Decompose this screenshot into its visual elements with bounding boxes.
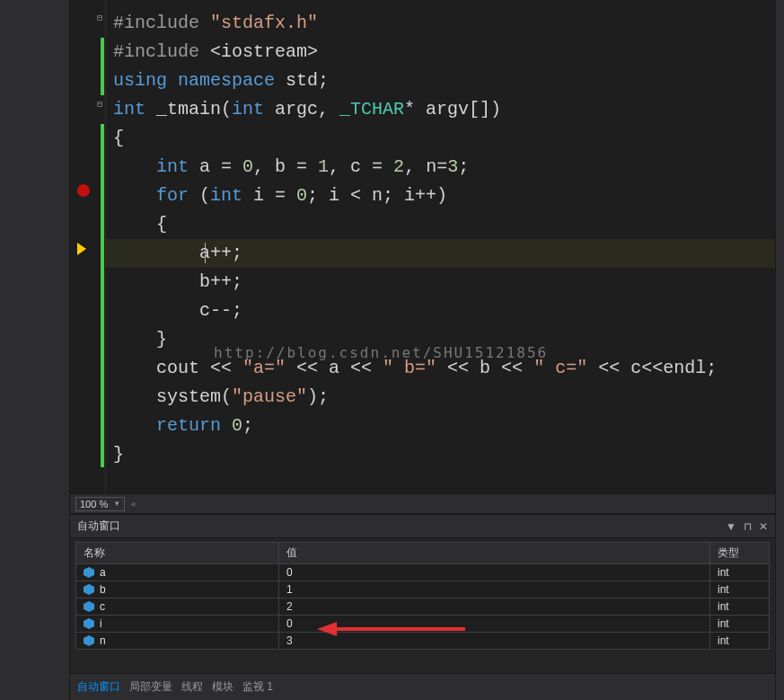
table-row[interactable]: a0int bbox=[76, 564, 769, 581]
var-value[interactable]: 2 bbox=[279, 598, 710, 615]
code-line[interactable]: } bbox=[106, 440, 775, 469]
code-line[interactable]: a++; bbox=[106, 239, 775, 268]
var-name: i bbox=[100, 617, 102, 630]
header-name[interactable]: 名称 bbox=[76, 543, 279, 563]
code-line[interactable]: int a = 0, b = 1, c = 2, n=3; bbox=[106, 153, 775, 182]
scroll-left-icon[interactable]: ◂ bbox=[130, 498, 136, 509]
variable-icon bbox=[84, 635, 94, 646]
editor-margin[interactable]: ⊟ ⊟ bbox=[70, 0, 106, 493]
variable-icon bbox=[84, 567, 94, 578]
zoom-dropdown[interactable]: 100 % ▼ bbox=[75, 497, 125, 511]
variable-icon bbox=[84, 584, 94, 595]
execution-pointer-icon[interactable] bbox=[77, 243, 86, 255]
tab-1[interactable]: 局部变量 bbox=[129, 679, 172, 695]
window-menu-icon[interactable]: ▼ bbox=[726, 520, 736, 533]
chevron-down-icon: ▼ bbox=[113, 500, 120, 508]
var-value[interactable]: 1 bbox=[279, 581, 710, 598]
var-name: b bbox=[100, 583, 106, 596]
code-line[interactable]: c--; bbox=[106, 297, 775, 325]
table-row[interactable]: i0int bbox=[76, 616, 769, 633]
var-type: int bbox=[710, 564, 769, 580]
change-bar bbox=[101, 38, 104, 95]
tab-0[interactable]: 自动窗口 bbox=[77, 679, 120, 695]
code-line[interactable]: #include "stdafx.h" bbox=[106, 9, 775, 38]
code-line[interactable]: using namespace std; bbox=[106, 66, 775, 95]
var-value[interactable]: 0 bbox=[279, 616, 710, 632]
var-name: n bbox=[100, 634, 106, 647]
tab-2[interactable]: 线程 bbox=[181, 679, 203, 695]
var-value[interactable]: 0 bbox=[279, 564, 710, 580]
table-row[interactable]: c2int bbox=[76, 598, 769, 616]
main-area: ⊟ ⊟ http://blog.csdn.net/SHU15121856 #in… bbox=[70, 0, 775, 700]
autos-title-label: 自动窗口 bbox=[77, 518, 120, 534]
tab-3[interactable]: 模块 bbox=[212, 679, 233, 695]
variable-icon bbox=[84, 618, 94, 629]
var-name: a bbox=[100, 566, 106, 579]
variable-icon bbox=[84, 601, 94, 612]
var-name: c bbox=[100, 600, 105, 613]
grid-header[interactable]: 名称 值 类型 bbox=[76, 543, 769, 564]
pin-icon[interactable]: ⊓ bbox=[744, 520, 752, 533]
autos-panel: 自动窗口 ▼ ⊓ ✕ 名称 值 类型 a0intb1intc2inti0intn… bbox=[70, 513, 775, 700]
code-line[interactable]: system("pause"); bbox=[106, 383, 775, 412]
autos-title-bar[interactable]: 自动窗口 ▼ ⊓ ✕ bbox=[70, 515, 775, 538]
collapse-icon[interactable]: ⊟ bbox=[97, 99, 102, 110]
code-line[interactable]: { bbox=[106, 124, 775, 153]
right-splitter[interactable] bbox=[775, 0, 784, 700]
autos-grid[interactable]: 名称 值 类型 a0intb1intc2inti0intn3int bbox=[75, 542, 770, 650]
collapse-icon[interactable]: ⊟ bbox=[97, 13, 102, 23]
table-row[interactable]: n3int bbox=[76, 633, 769, 649]
code-line[interactable]: #include <iostream> bbox=[106, 38, 775, 66]
code-editor[interactable]: ⊟ ⊟ http://blog.csdn.net/SHU15121856 #in… bbox=[70, 0, 775, 493]
close-icon[interactable]: ✕ bbox=[759, 520, 768, 533]
zoom-value: 100 % bbox=[80, 499, 108, 509]
var-type: int bbox=[710, 633, 769, 649]
watermark-text: http://blog.csdn.net/SHU15121856 bbox=[214, 339, 548, 368]
code-line[interactable]: { bbox=[106, 210, 775, 239]
table-row[interactable]: b1int bbox=[76, 581, 769, 598]
code-text-area[interactable]: http://blog.csdn.net/SHU15121856 #includ… bbox=[106, 0, 775, 493]
title-buttons: ▼ ⊓ ✕ bbox=[726, 520, 768, 533]
var-type: int bbox=[710, 581, 769, 598]
breakpoint-icon[interactable] bbox=[77, 184, 90, 197]
code-line[interactable]: return 0; bbox=[106, 412, 775, 440]
change-bar bbox=[101, 124, 104, 467]
code-line[interactable]: b++; bbox=[106, 268, 775, 297]
tab-4[interactable]: 监视 1 bbox=[242, 679, 273, 695]
header-type[interactable]: 类型 bbox=[710, 543, 769, 563]
var-type: int bbox=[710, 616, 769, 632]
code-line[interactable]: int _tmain(int argc, _TCHAR* argv[]) bbox=[106, 95, 775, 124]
left-sidebar bbox=[0, 0, 70, 700]
zoom-bar: 100 % ▼ ◂ bbox=[70, 493, 775, 513]
header-value[interactable]: 值 bbox=[279, 543, 710, 563]
var-type: int bbox=[710, 598, 769, 615]
code-line[interactable]: for (int i = 0; i < n; i++) bbox=[106, 182, 775, 210]
var-value[interactable]: 3 bbox=[279, 633, 710, 649]
bottom-tabs[interactable]: 自动窗口局部变量线程模块监视 1 bbox=[70, 673, 775, 700]
